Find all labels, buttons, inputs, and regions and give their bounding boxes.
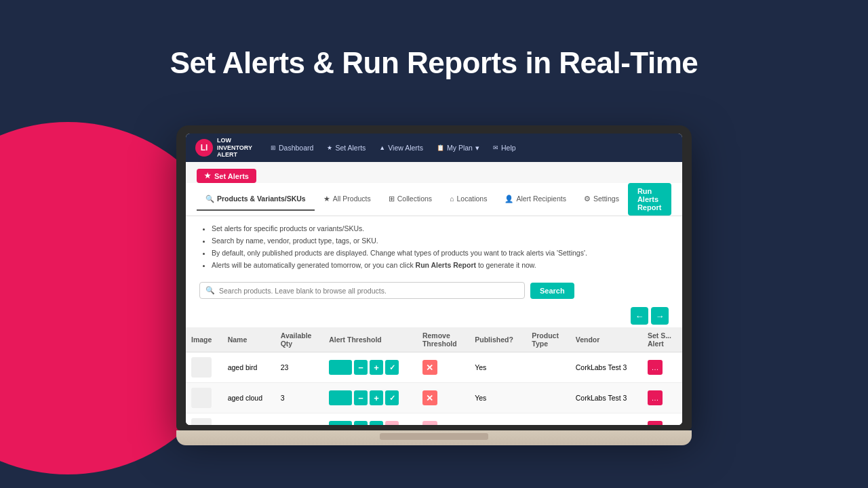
nav-logo: LI LOWINVENTORYALERT (195, 137, 252, 159)
table-row: aged cloud 3 − + ✓ (186, 413, 682, 425)
tab-locations-label: Locations (456, 195, 487, 203)
set-alerts-badge: ★ Set Alerts (197, 169, 256, 183)
threshold-minus-btn[interactable]: − (354, 360, 368, 375)
search-input[interactable] (219, 287, 519, 295)
star-icon: ★ (204, 171, 211, 180)
set-alert-btn[interactable]: … (648, 421, 663, 425)
table-container: Image Name AvailableQty Alert Threshold … (186, 327, 682, 425)
run-report-button[interactable]: Run Alerts Report (628, 183, 671, 216)
col-product-type: ProductType (526, 327, 570, 352)
dashboard-icon: ⊞ (271, 144, 276, 151)
threshold-plus-btn[interactable]: + (370, 360, 383, 375)
nav-my-plan-label: My Plan (447, 144, 473, 152)
tab-all-products[interactable]: ★ All Products (315, 188, 380, 210)
nav-view-alerts-label: View Alerts (388, 144, 423, 152)
threshold-cell: − + ✓ (329, 390, 412, 405)
remove-threshold-btn[interactable]: ✕ (422, 390, 437, 405)
nav-set-alerts-label: Set Alerts (335, 144, 366, 152)
threshold-input[interactable] (329, 421, 352, 425)
app-content: ★ Set Alerts 🔍 Products & Variants/SKUs … (186, 162, 682, 425)
col-avail-qty: AvailableQty (275, 327, 323, 352)
published-status: Yes (469, 383, 526, 413)
table-row: aged cloud 3 − + ✓ (186, 383, 682, 413)
vendor: CorkLabs Test 3 (570, 383, 642, 413)
search-button[interactable]: Search (530, 283, 574, 299)
threshold-check-btn[interactable]: ✓ (385, 360, 399, 375)
published-status: Yes (469, 352, 526, 383)
vendor: CorkLabs Test 3 (570, 352, 642, 383)
nav-set-alerts[interactable]: ★ Set Alerts (321, 140, 372, 156)
pagination-row: ← → (186, 304, 682, 327)
tab-settings-label: Settings (593, 195, 619, 203)
set-alert-btn[interactable]: … (648, 390, 663, 405)
hero-title: Set Alerts & Run Reports in Real-Time (0, 46, 868, 80)
bullet-4: Alerts will be automatically generated t… (212, 260, 669, 272)
search-icon: 🔍 (205, 286, 215, 295)
table-body: aged bird 23 − + ✓ (186, 352, 682, 425)
star-tab-icon: ★ (323, 195, 330, 203)
remove-threshold-btn[interactable]: ✕ (422, 360, 437, 375)
app-chrome: LI LOWINVENTORYALERT ⊞ Dashboard ★ Set A… (186, 134, 682, 425)
tab-collections-label: Collections (397, 195, 432, 203)
set-alert-btn[interactable]: … (648, 360, 663, 375)
product-name: aged cloud (222, 413, 275, 425)
tab-settings[interactable]: ⚙ Settings (575, 188, 628, 210)
prev-page-button[interactable]: ← (631, 307, 648, 325)
bullet-1: Set alerts for specific products or vari… (212, 223, 669, 235)
col-remove-threshold: RemoveThreshold (417, 327, 469, 352)
threshold-minus-btn[interactable]: − (354, 390, 368, 405)
laptop-container: LI LOWINVENTORYALERT ⊞ Dashboard ★ Set A… (176, 125, 692, 445)
threshold-minus-btn[interactable]: − (354, 421, 368, 425)
next-page-button[interactable]: → (651, 307, 669, 325)
nav-view-alerts[interactable]: ▲ View Alerts (373, 140, 429, 156)
tab-alert-recipients[interactable]: 👤 Alert Recipients (496, 188, 575, 211)
search-bar: 🔍 Search (186, 278, 682, 304)
nav-dashboard[interactable]: ⊞ Dashboard (264, 140, 319, 156)
app-nav: LI LOWINVENTORYALERT ⊞ Dashboard ★ Set A… (186, 134, 682, 162)
published-status: Yes (469, 413, 526, 425)
set-alerts-icon: ★ (327, 144, 332, 151)
logo-icon: LI (195, 139, 213, 157)
remove-threshold-btn[interactable]: ✕ (422, 421, 437, 425)
nav-help[interactable]: ✉ Help (487, 140, 522, 156)
laptop-base (176, 430, 692, 445)
threshold-plus-btn[interactable]: + (370, 421, 383, 425)
nav-items: ⊞ Dashboard ★ Set Alerts ▲ View Alerts (264, 140, 673, 156)
product-type (526, 413, 570, 425)
chevron-down-icon: ▾ (475, 144, 479, 152)
product-qty: 23 (275, 352, 323, 383)
view-alerts-icon: ▲ (379, 144, 385, 151)
home-tab-icon: ⌂ (450, 195, 454, 203)
page-header: ★ Set Alerts (186, 162, 682, 183)
bullets-list: Set alerts for specific products or vari… (199, 223, 669, 271)
product-type (526, 352, 570, 383)
threshold-check-btn[interactable]: ✓ (385, 390, 399, 405)
product-type (526, 383, 570, 413)
info-bullets: Set alerts for specific products or vari… (186, 216, 682, 278)
tab-collections[interactable]: ⊞ Collections (380, 188, 441, 210)
product-image (191, 418, 212, 425)
vendor: CorkLabs (570, 413, 642, 425)
product-qty: 3 (275, 413, 323, 425)
col-alert-threshold: Alert Threshold (323, 327, 417, 352)
grid-tab-icon: ⊞ (389, 195, 395, 203)
tab-all-products-label: All Products (333, 195, 371, 203)
tab-bar: 🔍 Products & Variants/SKUs ★ All Product… (186, 183, 682, 216)
bullet-3: By default, only published products are … (212, 247, 669, 260)
nav-my-plan[interactable]: 📋 My Plan ▾ (431, 140, 486, 156)
product-image (191, 357, 212, 378)
threshold-plus-btn[interactable]: + (370, 390, 383, 405)
tab-products-variants[interactable]: 🔍 Products & Variants/SKUs (197, 188, 315, 211)
threshold-check-btn[interactable]: ✓ (385, 421, 399, 425)
nav-dashboard-label: Dashboard (279, 144, 313, 152)
tab-locations[interactable]: ⌂ Locations (441, 188, 496, 210)
col-vendor: Vendor (570, 327, 642, 352)
nav-help-label: Help (501, 144, 516, 152)
threshold-cell: − + ✓ (329, 360, 412, 375)
col-set-alert: Set S...Alert (642, 327, 682, 352)
table-row: aged bird 23 − + ✓ (186, 352, 682, 383)
threshold-input[interactable] (329, 390, 352, 405)
threshold-input[interactable] (329, 360, 352, 375)
col-published: Published? (469, 327, 526, 352)
my-plan-icon: 📋 (437, 144, 444, 151)
